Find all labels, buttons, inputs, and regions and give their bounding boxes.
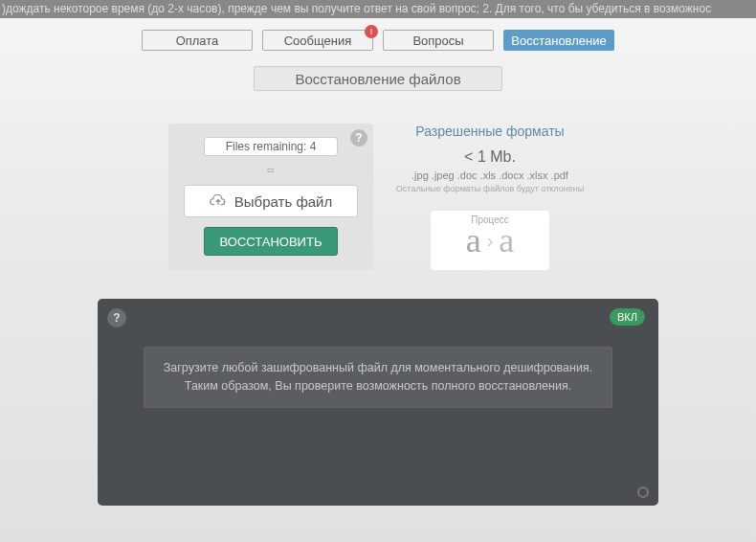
choose-file-button[interactable]: Выбрать файл — [184, 185, 358, 217]
tab-bar: Оплата Сообщения ! Вопросы Восстановлени… — [0, 30, 756, 51]
tab-messages-label: Сообщения — [284, 34, 352, 48]
main-row: ? Files remaining: 4 ▭ Выбрать файл ВОСС… — [0, 124, 756, 270]
page-title: Восстановление файлов — [254, 66, 502, 91]
formats-size: < 1 Mb. — [392, 148, 588, 166]
formats-extensions: .jpg .jpeg .doc .xls .docx .xlsx .pdf — [392, 169, 588, 181]
console-line-1: Загрузите любой зашифрованный файл для м… — [164, 361, 592, 374]
help-icon[interactable]: ? — [350, 129, 367, 147]
tab-messages[interactable]: Сообщения ! — [262, 30, 373, 51]
console-message: Загрузите любой зашифрованный файл для м… — [144, 347, 612, 408]
formats-note: Остальные форматы файлов будут отклонены — [392, 184, 588, 193]
resize-handle-icon[interactable] — [637, 486, 649, 498]
marquee-bar: )дождать некоторое время (до 2-х часов),… — [0, 0, 756, 18]
notification-badge: ! — [365, 25, 378, 38]
console-panel: ? ВКЛ Загрузите любой зашифрованный файл… — [98, 299, 658, 506]
tab-restore[interactable]: Восстановление — [503, 30, 614, 51]
formats-panel: Разрешенные форматы < 1 Mb. .jpg .jpeg .… — [392, 124, 588, 270]
console-line-2: Таким образом, Вы проверите возможность … — [185, 379, 571, 393]
process-box: Процесс a › a — [431, 211, 549, 270]
cloud-upload-icon — [210, 194, 227, 208]
tab-questions[interactable]: Вопросы — [383, 30, 494, 51]
formats-title: Разрешенные форматы — [392, 124, 588, 143]
upload-panel: ? Files remaining: 4 ▭ Выбрать файл ВОСС… — [168, 124, 373, 270]
choose-file-label: Выбрать файл — [234, 193, 332, 210]
tab-payment[interactable]: Оплата — [142, 30, 253, 51]
glyph-decrypted-icon: a — [499, 220, 514, 260]
console-help-icon[interactable]: ? — [107, 308, 126, 327]
toggle-on-badge[interactable]: ВКЛ — [610, 308, 645, 326]
counter-icon: ▭ — [263, 166, 278, 175]
arrow-icon: › — [487, 230, 494, 252]
restore-button[interactable]: ВОССТАНОВИТЬ — [204, 227, 338, 256]
process-label: Процесс — [431, 215, 549, 225]
glyph-encrypted-icon: a — [466, 220, 481, 260]
files-remaining-badge: Files remaining: 4 — [204, 137, 338, 156]
